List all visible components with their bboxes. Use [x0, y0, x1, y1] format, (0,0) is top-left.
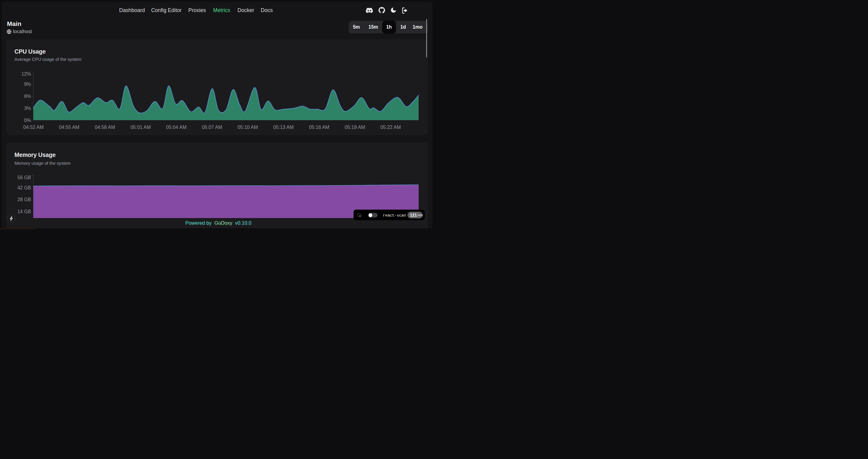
- svg-text:6%: 6%: [24, 94, 31, 99]
- svg-text:05:19 AM: 05:19 AM: [345, 125, 365, 130]
- svg-text:05:16 AM: 05:16 AM: [309, 125, 330, 130]
- svg-text:05:07 AM: 05:07 AM: [202, 125, 222, 130]
- svg-text:9%: 9%: [24, 81, 31, 87]
- svg-text:04:52 AM: 04:52 AM: [23, 125, 44, 130]
- svg-text:42 GB: 42 GB: [18, 185, 31, 190]
- svg-text:28 GB: 28 GB: [18, 197, 31, 202]
- svg-text:3%: 3%: [24, 106, 31, 111]
- svg-text:04:58 AM: 04:58 AM: [95, 125, 115, 130]
- svg-text:12%: 12%: [22, 71, 31, 76]
- svg-text:0%: 0%: [24, 118, 31, 123]
- svg-text:05:04 AM: 05:04 AM: [166, 125, 187, 130]
- svg-text:05:22 AM: 05:22 AM: [380, 125, 401, 130]
- svg-text:14 GB: 14 GB: [18, 209, 31, 214]
- svg-text:56 GB: 56 GB: [18, 175, 31, 180]
- svg-text:05:01 AM: 05:01 AM: [130, 125, 151, 130]
- svg-text:05:13 AM: 05:13 AM: [273, 125, 294, 130]
- svg-text:04:55 AM: 04:55 AM: [59, 125, 80, 130]
- svg-text:05:10 AM: 05:10 AM: [238, 125, 258, 130]
